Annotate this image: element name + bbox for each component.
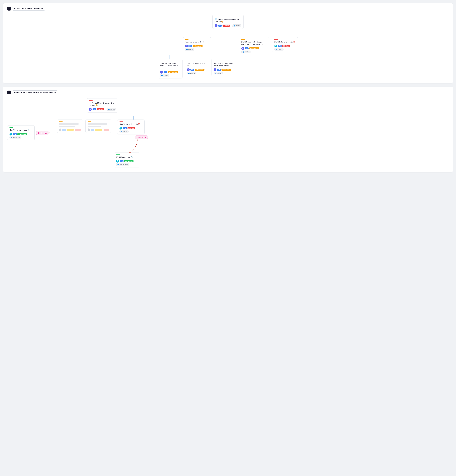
card-title: [📄 Project] Make Chocolate Chip Cookies … xyxy=(215,18,241,23)
card-title: [Task] Scoop cookie dough evenly onto a … xyxy=(241,41,267,45)
card-accent xyxy=(88,121,91,122)
blur-line-1 xyxy=(59,123,78,125)
avatar: B xyxy=(9,133,12,136)
blur-badge-team xyxy=(104,129,109,131)
blocked-by-label-1: Blocked by xyxy=(36,131,49,135)
level-1-cards: [Task] Make cookie dough A P0 In Progres… xyxy=(158,37,298,78)
team-name: Baking xyxy=(123,131,127,132)
card-footer: A P0 Blocked 👥 Baking xyxy=(89,108,116,111)
badge-team: 👥 Purchasing xyxy=(9,136,21,139)
team-name: Maintenance xyxy=(120,164,128,165)
avatar: B xyxy=(116,160,119,162)
badge-priority: P1 xyxy=(245,47,249,49)
blur-line-2 xyxy=(59,126,75,128)
badge-status: Completed xyxy=(124,160,134,162)
section-1-header: 1 Parent Child - Work Breakdown xyxy=(7,7,449,10)
s2-top-row: [Task] Shop ingredients 🛒 B P1 Completed… xyxy=(7,98,449,168)
repair-card-wrap: [Task] Repair oven 🔧 B P2 Completed 👥 Ma… xyxy=(114,153,140,168)
level2-card-1[interactable]: [Task] Cream butter and sugar A P1 In Pr… xyxy=(185,59,209,76)
repair-card[interactable]: [Task] Repair oven 🔧 B P2 Completed 👥 Ma… xyxy=(114,153,140,168)
card-accent xyxy=(120,121,123,122)
team-name: Baking xyxy=(188,49,193,50)
avatar: A xyxy=(187,68,190,71)
badge-priority: P0 xyxy=(123,127,127,129)
badge-team: 👥 Baking xyxy=(214,72,223,75)
v-line xyxy=(228,29,228,33)
team-icon: 👥 xyxy=(188,72,190,74)
badge-status: Blocked xyxy=(223,25,230,27)
team-icon: 👥 xyxy=(242,51,244,53)
badge-priority: P1 xyxy=(190,69,194,71)
badge-status: In Progress xyxy=(222,69,231,71)
blocked-by-row: Blocked by xyxy=(135,136,148,139)
card-accent xyxy=(89,100,93,101)
s2-right-tree: [📄 Project] Make Chocolate Chip Cookies … xyxy=(57,98,148,168)
badge-priority: P1 xyxy=(217,69,221,71)
blocked-by-label-2: Blocked by xyxy=(135,136,148,139)
team-icon: 👥 xyxy=(121,131,122,132)
level1-card-0[interactable]: [Task] Make cookie dough A P0 In Progres… xyxy=(183,37,211,52)
blur-badge-status xyxy=(95,129,102,131)
h-connector-1 xyxy=(186,33,270,37)
tree-col-1: [Task] Make cookie dough A P0 In Progres… xyxy=(158,37,236,78)
team-name: Baking xyxy=(110,109,115,110)
badge-priority: P1 xyxy=(13,133,17,135)
card-accent xyxy=(185,39,189,40)
blur-footer xyxy=(59,128,81,131)
level1-card-1[interactable]: [Task] Scoop cookie dough evenly onto a … xyxy=(239,37,269,55)
badge-team: 👥 Baking xyxy=(275,48,284,51)
badge-priority: P0 xyxy=(189,45,192,47)
avatar: A xyxy=(160,71,163,74)
root-card[interactable]: [📄 Project] Make Chocolate Chip Cookies … xyxy=(212,15,244,29)
badge-status: In Progress xyxy=(249,47,259,49)
blur-avatar xyxy=(59,128,61,131)
avatar: A xyxy=(215,24,217,27)
section-2-header: 2 Blocking - Escalate stopped/not starte… xyxy=(7,90,449,94)
bake-card[interactable]: [Task] Bake for 9-11 min ⏰ B P0 Blocked … xyxy=(117,119,145,135)
badge-team: 👥 Baking xyxy=(107,108,116,110)
team-name: Baking xyxy=(236,25,240,26)
team-icon: 👥 xyxy=(108,109,110,110)
project-card-2[interactable]: [📄 Project] Make Chocolate Chip Cookies … xyxy=(87,98,118,112)
blur-badge-team xyxy=(75,129,81,131)
blocked-by-arrow-left: Blocked by xyxy=(36,131,55,135)
badge-status: In Progress xyxy=(193,45,203,47)
blur-avatar xyxy=(88,128,90,131)
card-footer: A P1 In Progress 👥 Baking xyxy=(241,47,267,53)
card-accent xyxy=(215,17,218,17)
team-name: Baking xyxy=(163,75,168,76)
card-footer: B P2 Completed 👥 Maintenance xyxy=(116,160,138,166)
card-title: [Task] Cream butter and sugar xyxy=(187,62,207,67)
team-name: Baking xyxy=(217,72,222,74)
section-1-num: 1 xyxy=(7,7,11,10)
v-line xyxy=(197,52,197,55)
v-line xyxy=(102,112,103,116)
level1-card-2[interactable]: [Task] Bake for 9-11 min ⏰ B P0 Blocked … xyxy=(272,37,298,52)
level2-card-2[interactable]: [Task] Mix in 2 eggs and a tsp of vanill… xyxy=(211,59,236,76)
tree-connector-svg-3 xyxy=(63,116,141,119)
card-footer: B P0 Blocked 👥 Baking xyxy=(120,127,142,133)
tree-connector-svg-1 xyxy=(186,33,270,37)
card-title: [📄 Project] Make Chocolate Chip Cookies … xyxy=(89,102,116,107)
card-footer: A P0 Blocked 👥 Baking xyxy=(215,24,241,27)
team-icon: 👥 xyxy=(161,75,163,76)
tree-col-3: [Task] Bake for 9-11 min ⏰ B P0 Blocked … xyxy=(272,37,298,52)
team-icon: 👥 xyxy=(275,49,277,50)
bake-blocked-section: Blocked by xyxy=(114,136,148,168)
card-accent xyxy=(59,121,63,122)
team-name: Baking xyxy=(245,51,249,52)
arrow-svg xyxy=(49,132,55,134)
badge-team: 👥 Baking xyxy=(185,48,194,51)
badge-team: 👥 Baking xyxy=(232,25,241,27)
avatar: A xyxy=(185,44,188,47)
badge-team: 👥 Baking xyxy=(160,74,169,77)
team-icon: 👥 xyxy=(117,164,119,165)
blur-badge-status xyxy=(67,129,74,131)
s2-level1-row: [Task] Bake for 9-11 min ⏰ B P0 Blocked … xyxy=(57,119,148,168)
card-footer: A P0 In Progress 👥 Baking xyxy=(185,44,209,51)
level2-card-0[interactable]: [Task] Mix flour, baking soda, and salt … xyxy=(158,59,182,79)
card-footer: A P1 In Progress 👥 Baking xyxy=(160,71,180,77)
avatar: B xyxy=(120,127,122,129)
blur-badge-priority xyxy=(91,129,94,131)
shop-card[interactable]: [Task] Shop ingredients 🛒 B P1 Completed… xyxy=(7,125,34,140)
